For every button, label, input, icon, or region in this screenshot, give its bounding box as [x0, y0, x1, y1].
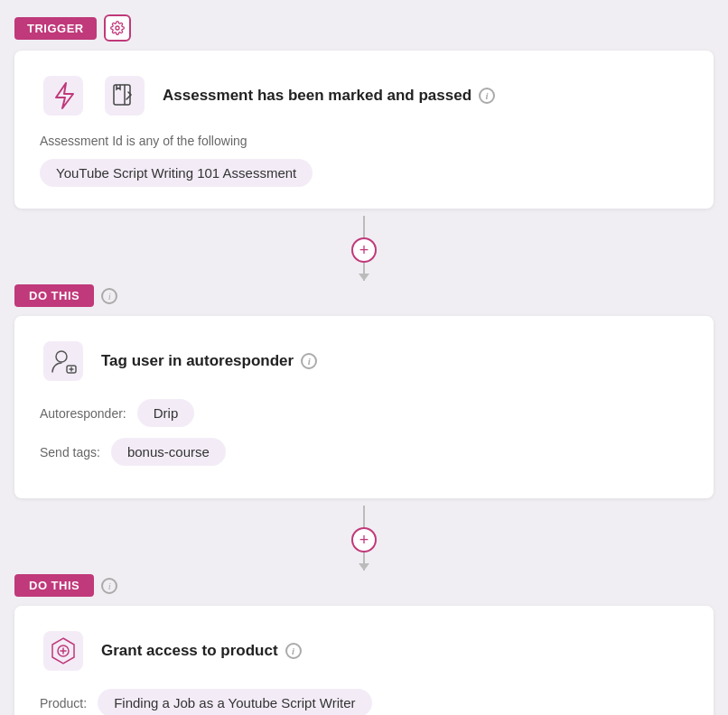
trigger-title-text: Assessment has been marked and passed — [163, 87, 471, 105]
connector-line-top-2 — [363, 506, 365, 527]
do-this-2-info-icon[interactable]: i — [101, 578, 117, 594]
book-svg — [105, 76, 145, 116]
lightning-svg — [43, 76, 83, 116]
trigger-assessment-pill: YouTube Script Writing 101 Assessment — [40, 159, 313, 187]
do-this-1-card-info-icon[interactable]: i — [301, 353, 317, 369]
product-row: Product: Finding a Job as a Youtube Scri… — [40, 689, 688, 715]
trigger-card: Assessment has been marked and passed i … — [14, 51, 714, 209]
send-tags-label: Send tags: — [40, 445, 100, 460]
do-this-1-header: DO THIS i — [14, 284, 714, 307]
trigger-header: TRIGGER — [14, 14, 714, 42]
send-tags-pill: bonus-course — [111, 438, 226, 466]
do-this-1-badge: DO THIS — [14, 284, 94, 307]
do-this-1-title-text: Tag user in autoresponder — [101, 352, 294, 370]
gear-icon — [110, 21, 125, 35]
do-this-1-card-body: Autoresponder: Drip Send tags: bonus-cou… — [40, 399, 688, 466]
autoresponder-label: Autoresponder: — [40, 406, 126, 421]
workflow-container: TRIGGER — [0, 0, 728, 715]
trigger-badge: TRIGGER — [14, 17, 97, 40]
do-this-1-card-header: Tag user in autoresponder i — [40, 338, 688, 385]
connector-1: + — [14, 209, 714, 284]
trigger-card-title: Assessment has been marked and passed i — [163, 87, 495, 105]
connector-arrow-1 — [363, 263, 365, 281]
do-this-2-title: Grant access to product i — [101, 642, 302, 660]
send-tags-row: Send tags: bonus-course — [40, 438, 688, 466]
trigger-gear-button[interactable] — [104, 14, 131, 42]
product-pill: Finding a Job as a Youtube Script Writer — [98, 689, 371, 715]
svg-point-0 — [116, 26, 119, 30]
do-this-2-card-header: Grant access to product i — [40, 627, 688, 674]
do-this-2-title-text: Grant access to product — [101, 642, 278, 660]
autoresponder-row: Autoresponder: Drip — [40, 399, 688, 427]
assessment-icon — [101, 72, 148, 119]
tag-user-svg — [43, 341, 83, 381]
tag-user-icon — [40, 338, 87, 385]
do-this-1-card: Tag user in autoresponder i Autoresponde… — [14, 316, 714, 498]
connector-line-top-1 — [363, 216, 365, 237]
do-this-1-info-icon[interactable]: i — [101, 288, 117, 304]
trigger-lightning-icon — [40, 72, 87, 119]
do-this-2-card: Grant access to product i Product: Findi… — [14, 606, 714, 715]
autoresponder-pill: Drip — [137, 399, 195, 427]
do-this-1-title: Tag user in autoresponder i — [101, 352, 317, 370]
do-this-2-card-info-icon[interactable]: i — [285, 643, 302, 659]
trigger-field-label: Assessment Id is any of the following — [40, 134, 247, 148]
svg-rect-1 — [43, 76, 83, 116]
do-this-2-badge: DO THIS — [14, 574, 94, 597]
add-step-button-1[interactable]: + — [351, 237, 377, 263]
do-this-2-header: DO THIS i — [14, 574, 714, 597]
trigger-field-row: Assessment Id is any of the following — [40, 134, 688, 148]
grant-access-svg — [43, 631, 83, 671]
trigger-card-body: Assessment Id is any of the following Yo… — [40, 134, 688, 187]
trigger-assessment-pill-row: YouTube Script Writing 101 Assessment — [40, 159, 688, 187]
trigger-info-icon[interactable]: i — [479, 88, 495, 104]
add-step-button-2[interactable]: + — [351, 527, 377, 552]
trigger-card-header: Assessment has been marked and passed i — [40, 72, 688, 119]
grant-access-icon — [40, 627, 87, 674]
connector-arrow-2 — [363, 552, 365, 571]
connector-2: + — [14, 498, 714, 574]
product-label: Product: — [40, 696, 87, 710]
do-this-2-card-body: Product: Finding a Job as a Youtube Scri… — [40, 689, 688, 715]
